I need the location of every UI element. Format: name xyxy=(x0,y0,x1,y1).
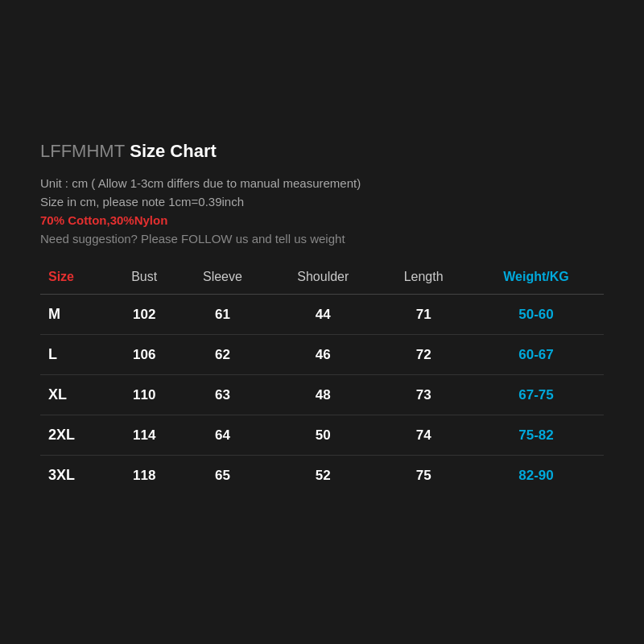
table-header-row: Size Bust Sleeve Shoulder Length Weight/… xyxy=(40,260,604,295)
cell-weight: 82-90 xyxy=(469,456,604,496)
header-sleeve: Sleeve xyxy=(178,260,268,295)
table-row: XL 110 63 48 73 67-75 xyxy=(40,375,604,415)
cell-weight: 50-60 xyxy=(469,295,604,335)
cell-sleeve: 62 xyxy=(178,335,268,375)
cell-weight: 67-75 xyxy=(469,375,604,415)
cell-bust: 102 xyxy=(111,295,178,335)
table-row: M 102 61 44 71 50-60 xyxy=(40,295,604,335)
info-line-3: 70% Cotton,30%Nylon xyxy=(40,213,604,227)
chart-title: LFFMHMT Size Chart xyxy=(40,141,604,162)
cell-shoulder: 50 xyxy=(267,415,378,456)
cell-sleeve: 63 xyxy=(178,375,268,415)
cell-shoulder: 52 xyxy=(267,456,378,496)
cell-length: 72 xyxy=(378,335,469,375)
cell-shoulder: 46 xyxy=(267,335,378,375)
cell-sleeve: 65 xyxy=(178,456,268,496)
chart-title-text: Size Chart xyxy=(125,141,217,161)
table-row: 2XL 114 64 50 74 75-82 xyxy=(40,415,604,456)
header-shoulder: Shoulder xyxy=(267,260,378,295)
cell-length: 75 xyxy=(378,456,469,496)
cell-size: 2XL xyxy=(40,415,111,456)
header-length: Length xyxy=(378,260,469,295)
info-line-1: Unit : cm ( Allow 1-3cm differs due to m… xyxy=(40,176,604,190)
cell-length: 71 xyxy=(378,295,469,335)
cell-size: XL xyxy=(40,375,111,415)
header-size: Size xyxy=(40,260,111,295)
cell-bust: 118 xyxy=(111,456,178,496)
table-row: L 106 62 46 72 60-67 xyxy=(40,335,604,375)
cell-size: M xyxy=(40,295,111,335)
size-chart: LFFMHMT Size Chart Unit : cm ( Allow 1-3… xyxy=(16,125,628,519)
cell-length: 73 xyxy=(378,375,469,415)
cell-bust: 114 xyxy=(111,415,178,456)
size-table: Size Bust Sleeve Shoulder Length Weight/… xyxy=(40,260,604,495)
cell-weight: 60-67 xyxy=(469,335,604,375)
info-section: Unit : cm ( Allow 1-3cm differs due to m… xyxy=(40,176,604,246)
cell-sleeve: 61 xyxy=(178,295,268,335)
info-line-2: Size in cm, please note 1cm=0.39inch xyxy=(40,195,604,208)
header-weight: Weight/KG xyxy=(469,260,604,295)
cell-size: L xyxy=(40,335,111,375)
cell-size: 3XL xyxy=(40,456,111,496)
cell-bust: 106 xyxy=(111,335,178,375)
info-line-4: Need suggestion? Please FOLLOW us and te… xyxy=(40,232,604,246)
header-bust: Bust xyxy=(111,260,178,295)
brand-name: LFFMHMT xyxy=(40,141,125,161)
cell-bust: 110 xyxy=(111,375,178,415)
cell-length: 74 xyxy=(378,415,469,456)
table-row: 3XL 118 65 52 75 82-90 xyxy=(40,456,604,496)
cell-sleeve: 64 xyxy=(178,415,268,456)
cell-weight: 75-82 xyxy=(469,415,604,456)
cell-shoulder: 48 xyxy=(267,375,378,415)
cell-shoulder: 44 xyxy=(267,295,378,335)
